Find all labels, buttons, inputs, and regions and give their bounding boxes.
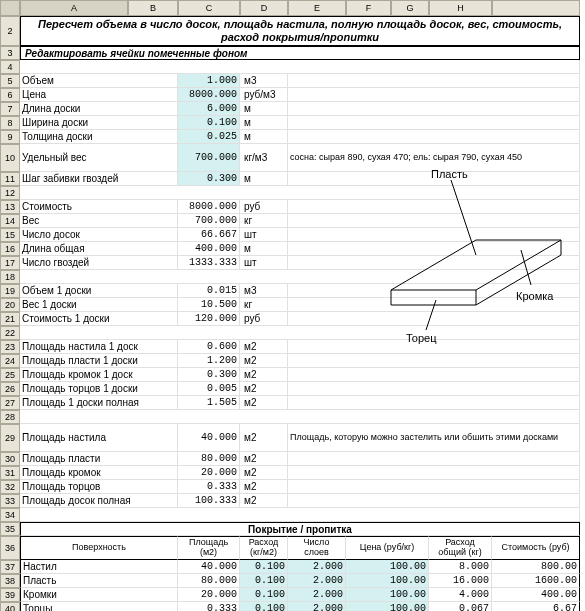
result-unit: руб [240,200,288,214]
row-header[interactable]: 13 [0,200,20,214]
subtitle-cell: Редактировать ячейки помеченные фоном [20,46,580,60]
result-label: Число досок [20,228,178,242]
coating-surface: Торцы [20,602,178,611]
coating-layers[interactable]: 2.000 [288,574,346,588]
row-header[interactable]: 10 [0,144,20,172]
row-header[interactable]: 28 [0,410,20,424]
weight-value[interactable]: 700.000 [178,144,240,172]
coating-price[interactable]: 100.00 [346,588,429,602]
coating-rate[interactable]: 0.100 [240,588,288,602]
empty-cell [288,466,580,480]
row-header[interactable]: 30 [0,452,20,466]
coating-header: Расход общий (кг) [429,536,492,560]
row-header[interactable]: 11 [0,172,20,186]
svg-line-0 [451,180,476,255]
nailstep-label: Шаг забивки гвоздей [20,172,178,186]
coating-rate[interactable]: 0.100 [240,602,288,611]
row-header[interactable]: 23 [0,340,20,354]
row-header[interactable]: 14 [0,214,20,228]
row-header[interactable]: 34 [0,508,20,522]
result-label: Площадь кромок [20,466,178,480]
row-header[interactable]: 2 [0,16,20,46]
row-header[interactable]: 33 [0,494,20,508]
row-header[interactable]: 36 [0,536,20,560]
coating-area: 40.000 [178,560,240,574]
coating-layers[interactable]: 2.000 [288,560,346,574]
result-value: 8000.000 [178,200,240,214]
coating-surface: Пласть [20,574,178,588]
row-header[interactable]: 22 [0,326,20,340]
title-cell: Пересчет объема в число досок, площадь н… [20,16,580,46]
param-unit: м [240,116,288,130]
row-header[interactable]: 25 [0,368,20,382]
col-header[interactable]: D [240,0,288,16]
row-header[interactable]: 29 [0,424,20,452]
row-header[interactable]: 18 [0,270,20,284]
param-value[interactable]: 8000.000 [178,88,240,102]
row-header[interactable]: 5 [0,74,20,88]
coating-total: 8.000 [429,560,492,574]
row-header[interactable]: 8 [0,116,20,130]
row-header[interactable]: 19 [0,284,20,298]
row-header[interactable]: 38 [0,574,20,588]
result-value: 1.200 [178,354,240,368]
row-header[interactable]: 35 [0,522,20,536]
row-header[interactable]: 9 [0,130,20,144]
col-header[interactable]: F [346,0,391,16]
result-value: 0.015 [178,284,240,298]
result-unit: шт [240,256,288,270]
diagram-label-torec: Торец [406,332,437,344]
row-header[interactable]: 21 [0,312,20,326]
result-value: 1333.333 [178,256,240,270]
row-header[interactable]: 15 [0,228,20,242]
diagram-label-kromka: Кромка [516,290,554,302]
coating-price[interactable]: 100.00 [346,574,429,588]
param-label: Объем [20,74,178,88]
param-value[interactable]: 0.025 [178,130,240,144]
param-value[interactable]: 6.000 [178,102,240,116]
param-value[interactable]: 1.000 [178,74,240,88]
row-header[interactable]: 37 [0,560,20,574]
row-header[interactable]: 17 [0,256,20,270]
row-header[interactable]: 4 [0,60,20,74]
param-unit: руб/м3 [240,88,288,102]
row-header[interactable]: 3 [0,46,20,60]
row-header[interactable]: 31 [0,466,20,480]
result-unit: м2 [240,452,288,466]
row-header[interactable]: 24 [0,354,20,368]
empty-cell [288,74,580,88]
result-label: Площадь настила 1 доск [20,340,178,354]
col-header[interactable]: E [288,0,346,16]
empty-cell [20,60,580,74]
coating-layers[interactable]: 2.000 [288,588,346,602]
col-header[interactable]: G [391,0,429,16]
coating-rate[interactable]: 0.100 [240,560,288,574]
col-header[interactable] [492,0,580,16]
coating-cost: 1600.00 [492,574,580,588]
col-header[interactable]: A [20,0,128,16]
result-value: 1.505 [178,396,240,410]
row-header[interactable]: 12 [0,186,20,200]
corner-cell[interactable] [0,0,20,16]
result-unit: м2 [240,340,288,354]
nailstep-value[interactable]: 0.300 [178,172,240,186]
col-header[interactable]: H [429,0,492,16]
row-header[interactable]: 27 [0,396,20,410]
param-value[interactable]: 0.100 [178,116,240,130]
coating-price[interactable]: 100.00 [346,602,429,611]
coating-price[interactable]: 100.00 [346,560,429,574]
result-unit: м2 [240,494,288,508]
coating-rate[interactable]: 0.100 [240,574,288,588]
row-header[interactable]: 20 [0,298,20,312]
row-header[interactable]: 40 [0,602,20,611]
coating-layers[interactable]: 2.000 [288,602,346,611]
row-header[interactable]: 32 [0,480,20,494]
row-header[interactable]: 16 [0,242,20,256]
col-header[interactable]: B [128,0,178,16]
result-value: 120.000 [178,312,240,326]
row-header[interactable]: 6 [0,88,20,102]
row-header[interactable]: 26 [0,382,20,396]
col-header[interactable]: C [178,0,240,16]
row-header[interactable]: 39 [0,588,20,602]
row-header[interactable]: 7 [0,102,20,116]
